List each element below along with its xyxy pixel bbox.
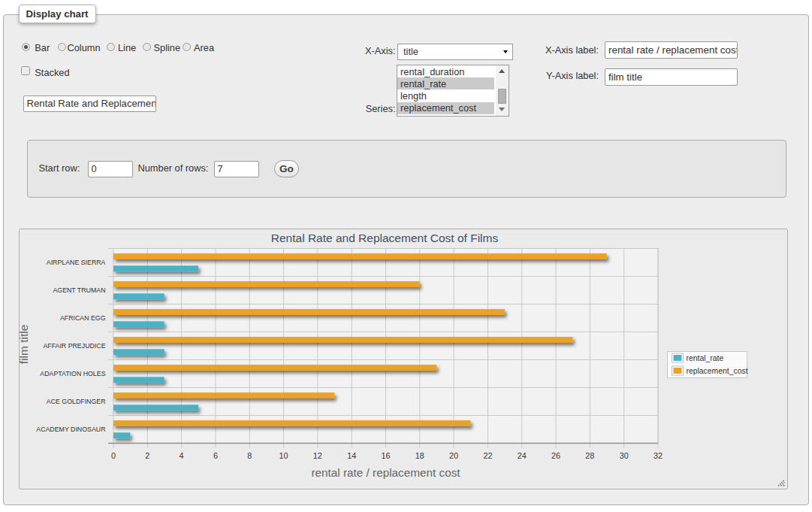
svg-text:30: 30: [619, 451, 628, 460]
svg-text:AFRICAN EGG: AFRICAN EGG: [59, 314, 105, 322]
svg-text:32: 32: [653, 451, 662, 460]
svg-text:Rental Rate and Replacement Co: Rental Rate and Replacement Cost of Film…: [270, 232, 498, 244]
svg-text:AIRPLANE SIERRA: AIRPLANE SIERRA: [46, 259, 105, 266]
svg-text:rental rate / replacement cost: rental rate / replacement cost: [311, 466, 460, 479]
svg-text:18: 18: [415, 451, 424, 460]
svg-text:20: 20: [449, 451, 458, 460]
svg-text:rental_rate: rental_rate: [686, 354, 723, 362]
svg-text:film title: film title: [19, 325, 30, 365]
svg-text:AGENT TRUMAN: AGENT TRUMAN: [53, 286, 105, 294]
svg-text:28: 28: [585, 451, 594, 460]
svg-text:ADAPTATION HOLES: ADAPTATION HOLES: [40, 370, 105, 377]
svg-text:ACE GOLDFINGER: ACE GOLDFINGER: [46, 398, 105, 405]
svg-text:14: 14: [347, 451, 356, 460]
svg-text:8: 8: [247, 451, 252, 460]
svg-text:ACADEMY DINOSAUR: ACADEMY DINOSAUR: [36, 426, 105, 433]
svg-text:12: 12: [312, 451, 321, 460]
svg-text:2: 2: [145, 451, 149, 460]
svg-text:26: 26: [551, 451, 560, 460]
svg-text:6: 6: [213, 451, 217, 460]
svg-text:24: 24: [517, 451, 526, 460]
svg-text:AFFAIR PREJUDICE: AFFAIR PREJUDICE: [43, 342, 105, 350]
svg-text:replacement_cost: replacement_cost: [686, 367, 747, 375]
svg-text:4: 4: [179, 451, 183, 460]
svg-text:16: 16: [381, 451, 390, 460]
svg-text:22: 22: [483, 451, 492, 460]
svg-text:0: 0: [110, 451, 115, 460]
svg-text:10: 10: [279, 451, 288, 460]
